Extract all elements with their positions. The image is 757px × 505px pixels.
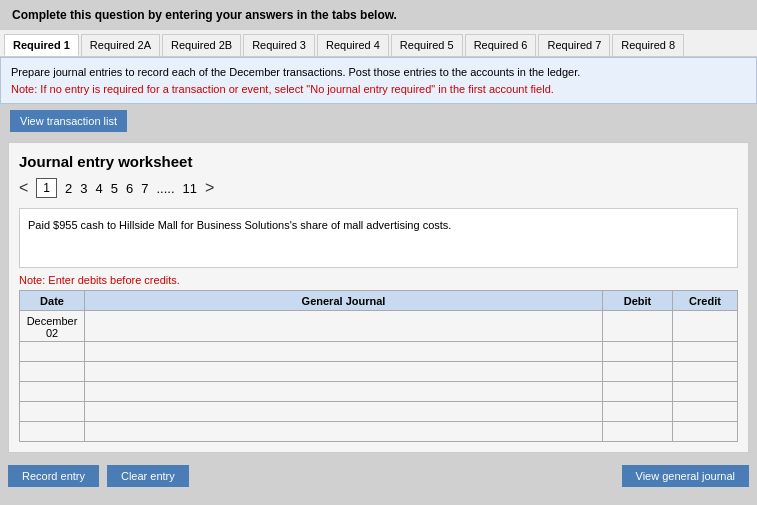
- table-row: [20, 402, 738, 422]
- top-instruction: Complete this question by entering your …: [0, 0, 757, 30]
- credit-input-0[interactable]: [677, 320, 733, 332]
- col-header-debit: Debit: [603, 291, 673, 311]
- table-row: [20, 382, 738, 402]
- tab-required-5[interactable]: Required 5: [391, 34, 463, 56]
- page-11[interactable]: 11: [183, 181, 197, 196]
- clear-entry-button[interactable]: Clear entry: [107, 465, 189, 487]
- page-6[interactable]: 6: [126, 181, 133, 196]
- tab-required-3[interactable]: Required 3: [243, 34, 315, 56]
- page-2[interactable]: 2: [65, 181, 72, 196]
- credit-input-2[interactable]: [677, 366, 733, 378]
- tab-required-6[interactable]: Required 6: [465, 34, 537, 56]
- page-7[interactable]: 7: [141, 181, 148, 196]
- cell-credit-2[interactable]: [673, 362, 738, 382]
- cell-credit-0[interactable]: [673, 311, 738, 342]
- tab-required-4[interactable]: Required 4: [317, 34, 389, 56]
- instruction-box: Prepare journal entries to record each o…: [0, 57, 757, 104]
- pagination-prev[interactable]: <: [19, 179, 28, 197]
- view-transaction-button[interactable]: View transaction list: [10, 110, 127, 132]
- record-entry-button[interactable]: Record entry: [8, 465, 99, 487]
- view-general-journal-button[interactable]: View general journal: [622, 465, 749, 487]
- journal-input-5[interactable]: [89, 426, 598, 438]
- cell-debit-1[interactable]: [603, 342, 673, 362]
- cell-credit-1[interactable]: [673, 342, 738, 362]
- credit-input-5[interactable]: [677, 426, 733, 438]
- col-header-credit: Credit: [673, 291, 738, 311]
- cell-debit-3[interactable]: [603, 382, 673, 402]
- transaction-description: Paid $955 cash to Hillside Mall for Busi…: [19, 208, 738, 268]
- tab-required-2b[interactable]: Required 2B: [162, 34, 241, 56]
- page-ellipsis: .....: [156, 181, 174, 196]
- page-5[interactable]: 5: [111, 181, 118, 196]
- tab-required-7[interactable]: Required 7: [538, 34, 610, 56]
- credit-input-3[interactable]: [677, 386, 733, 398]
- instruction-text: Complete this question by entering your …: [0, 0, 757, 30]
- cell-debit-4[interactable]: [603, 402, 673, 422]
- page-3[interactable]: 3: [80, 181, 87, 196]
- journal-input-4[interactable]: [89, 406, 598, 418]
- instruction-main: Prepare journal entries to record each o…: [11, 66, 580, 78]
- worksheet-container: Journal entry worksheet < 1 2 3 4 5 6 7 …: [8, 142, 749, 453]
- page-1[interactable]: 1: [36, 178, 57, 198]
- cell-date-3: [20, 382, 85, 402]
- debit-input-5[interactable]: [607, 426, 668, 438]
- col-header-journal: General Journal: [85, 291, 603, 311]
- cell-journal-0[interactable]: [85, 311, 603, 342]
- cell-credit-5[interactable]: [673, 422, 738, 442]
- cell-journal-3[interactable]: [85, 382, 603, 402]
- tabs-bar: Required 1Required 2ARequired 2BRequired…: [0, 30, 757, 57]
- cell-journal-5[interactable]: [85, 422, 603, 442]
- cell-date-0: December02: [20, 311, 85, 342]
- table-row: [20, 362, 738, 382]
- table-row: [20, 342, 738, 362]
- tab-required-1[interactable]: Required 1: [4, 34, 79, 56]
- cell-journal-2[interactable]: [85, 362, 603, 382]
- worksheet-title: Journal entry worksheet: [19, 153, 738, 170]
- page-4[interactable]: 4: [96, 181, 103, 196]
- debit-input-3[interactable]: [607, 386, 668, 398]
- cell-credit-3[interactable]: [673, 382, 738, 402]
- credit-input-1[interactable]: [677, 346, 733, 358]
- debit-input-2[interactable]: [607, 366, 668, 378]
- instruction-note: Note: If no entry is required for a tran…: [11, 83, 554, 95]
- debit-input-0[interactable]: [607, 320, 668, 332]
- cell-date-2: [20, 362, 85, 382]
- note-debit: Note: Enter debits before credits.: [19, 274, 738, 286]
- bottom-buttons: Record entry Clear entry View general jo…: [0, 457, 757, 491]
- journal-input-0[interactable]: [89, 320, 598, 332]
- cell-debit-5[interactable]: [603, 422, 673, 442]
- cell-date-1: [20, 342, 85, 362]
- debit-input-4[interactable]: [607, 406, 668, 418]
- cell-debit-2[interactable]: [603, 362, 673, 382]
- cell-journal-4[interactable]: [85, 402, 603, 422]
- cell-date-4: [20, 402, 85, 422]
- journal-input-2[interactable]: [89, 366, 598, 378]
- credit-input-4[interactable]: [677, 406, 733, 418]
- table-row: [20, 422, 738, 442]
- cell-date-5: [20, 422, 85, 442]
- cell-credit-4[interactable]: [673, 402, 738, 422]
- debit-input-1[interactable]: [607, 346, 668, 358]
- pagination: < 1 2 3 4 5 6 7 ..... 11 >: [19, 178, 738, 198]
- journal-table: Date General Journal Debit Credit Decemb…: [19, 290, 738, 442]
- pagination-next[interactable]: >: [205, 179, 214, 197]
- tab-required-2a[interactable]: Required 2A: [81, 34, 160, 56]
- tab-required-8[interactable]: Required 8: [612, 34, 684, 56]
- journal-input-3[interactable]: [89, 386, 598, 398]
- journal-input-1[interactable]: [89, 346, 598, 358]
- cell-journal-1[interactable]: [85, 342, 603, 362]
- table-row: December02: [20, 311, 738, 342]
- col-header-date: Date: [20, 291, 85, 311]
- cell-debit-0[interactable]: [603, 311, 673, 342]
